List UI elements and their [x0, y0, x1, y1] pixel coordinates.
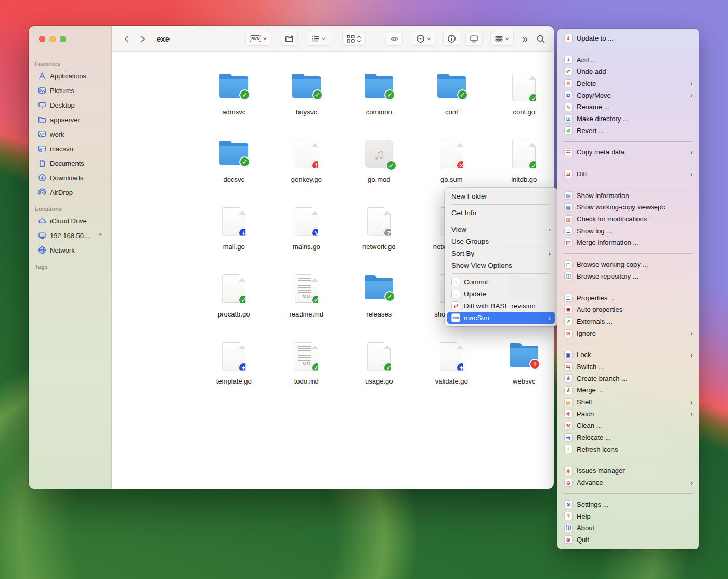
file-item-genkey-go[interactable]: ! genkey.go [270, 132, 343, 200]
file-item-mains-go[interactable]: ↘ mains.go [270, 199, 343, 267]
context-menu-item-sort-by[interactable]: Sort By› [447, 247, 555, 259]
file-item-docsvc[interactable]: ✓ docsvc [198, 132, 270, 200]
context-menu-item-new-folder[interactable]: New Folder [447, 190, 555, 202]
show-information-icon: ▤ [564, 191, 573, 200]
file-item-common[interactable]: ✓ common [343, 64, 415, 132]
grid-view-icon [346, 34, 355, 43]
svn-menu-item-check-for-modifications[interactable]: ▥Check for modifications [557, 213, 699, 225]
back-button[interactable] [119, 32, 135, 46]
file-item-validate-go[interactable]: + validate.go [415, 334, 488, 401]
file-item-websvc[interactable]: ! websvc [488, 334, 554, 401]
svn-menu-item-properties[interactable]: ☲Properties ... [557, 292, 699, 304]
file-item-conf[interactable]: ✓ conf [415, 64, 488, 132]
svn-menu-item-help[interactable]: ?Help [557, 510, 699, 522]
svn-menu-item-externals[interactable]: ➚Externals ... [557, 315, 699, 327]
file-item-procattr-go[interactable]: ✓ procattr.go [198, 267, 270, 334]
sidebar-item-work[interactable]: SVNwork [32, 127, 108, 141]
file-item-template-go[interactable]: + template.go [198, 334, 270, 401]
svn-menu-item-quit[interactable]: ⊗Quit [557, 534, 699, 546]
svn-menu-item-browse-working-copy[interactable]: ▢Browse working copy ... [557, 258, 699, 270]
group-view-button[interactable] [490, 32, 514, 46]
more-toolbar-items-button[interactable]: » [522, 33, 528, 45]
svn-menu-item-relocate[interactable]: ⇉Relocate ... [557, 431, 699, 443]
sidebar-item-macsvn[interactable]: SVNmacsvn [32, 141, 108, 156]
new-folder-button[interactable] [281, 32, 298, 46]
svn-menu-item-settings[interactable]: ⚙Settings ... [557, 498, 699, 510]
svn-menu-item-add[interactable]: +Add ... [557, 54, 699, 66]
file-item-buysvc[interactable]: ✓ buysvc [270, 64, 343, 132]
context-menu-item-commit[interactable]: ↑Commit [447, 276, 555, 288]
context-menu-item-show-view-options[interactable]: Show View Options [447, 259, 555, 271]
svn-menu-item-merge[interactable]: ʎMerge ... [557, 385, 699, 397]
sidebar-item-icloud-drive[interactable]: iCloud Drive [32, 214, 108, 228]
relocate-icon: ⇉ [564, 433, 573, 442]
sidebar-item-applications[interactable]: Applications [32, 69, 108, 83]
svn-menu-item-shelf[interactable]: ▤Shelf› [557, 396, 699, 408]
svn-menu-item-revert[interactable]: ↺Revert ... [557, 125, 699, 137]
svn-menu-item-show-information[interactable]: ▤Show information [557, 190, 699, 202]
svn-menu-item-refresh-icons[interactable]: ⚡Refresh icons [557, 443, 699, 455]
context-menu-item-view[interactable]: View› [447, 223, 555, 235]
sidebar-item-desktop[interactable]: Desktop [32, 98, 108, 112]
zoom-button[interactable] [60, 36, 66, 42]
svn-menu-item-advance[interactable]: ⊙Advance› [557, 477, 699, 489]
svn-menu-item-switch[interactable]: ⇆Switch ... [557, 361, 699, 373]
file-item-mail-go[interactable]: + mail.go [198, 199, 270, 267]
svn-menu-item-ignore[interactable]: ⊘Ignore› [557, 327, 699, 339]
search-button[interactable] [536, 34, 545, 44]
svn-menu-item-undo-add[interactable]: ↶Undo add [557, 65, 699, 77]
svn-menu-item-about[interactable]: ⓘAbout [557, 522, 699, 534]
file-item-go-mod[interactable]: ♫✓ go.mod [343, 132, 415, 200]
svn-menu-item-diff[interactable]: ⇄Diff› [557, 168, 699, 180]
forward-button[interactable] [135, 32, 150, 46]
file-item-readme-md[interactable]: MD✓ readme.md [270, 267, 343, 334]
sidebar-item-192-168-50-[interactable]: 192.168.50.... [32, 228, 108, 243]
svn-menu-item-browse-repository[interactable]: ◫Browse repository ... [557, 270, 699, 282]
file-name-label: validate.go [435, 377, 468, 385]
svn-menu-item-patch[interactable]: ✚Patch› [557, 408, 699, 420]
context-menu-item-update[interactable]: ↓Update [447, 288, 555, 300]
minimize-button[interactable] [49, 36, 56, 42]
context-menu-item-macsvn[interactable]: SVNmacSvn› [447, 312, 555, 324]
file-item-todo-md[interactable]: MD✓ todo.md [270, 334, 343, 401]
icon-view-button[interactable] [342, 32, 366, 46]
context-menu-item-get-info[interactable]: Get Info [447, 207, 555, 219]
context-menu-item-use-groups[interactable]: Use Groups [447, 235, 555, 247]
info-button[interactable] [443, 32, 460, 46]
context-menu-item-diff-with-base-revision[interactable]: ⇄Diff with BASE revision [447, 300, 555, 312]
svn-menu-item-lock[interactable]: ▣Lock› [557, 349, 699, 361]
svn-menu-item-copy-meta-data[interactable]: ☷Copy meta data› [557, 147, 699, 159]
svn-menu-item-delete[interactable]: ✕Delete› [557, 77, 699, 89]
close-button[interactable] [39, 36, 45, 42]
svn-menu-item-copy-move[interactable]: ⧉Copy/Move› [557, 89, 699, 101]
file-item-network-go[interactable]: ? network.go [343, 199, 415, 267]
svn-menu-item-make-directory[interactable]: ⊞Make directory ... [557, 113, 699, 125]
menu-item-label: View [451, 226, 466, 233]
file-item-usage-go[interactable]: ✓ usage.go [343, 334, 415, 401]
file-item-admsvc[interactable]: ✓ admsvc [198, 64, 270, 132]
file-item-conf-go[interactable]: ✓ conf.go [488, 64, 554, 132]
svn-menu-item-create-branch[interactable]: ⋔Create branch ... [557, 373, 699, 385]
svn-menu-item-show-working-copy-viewsepc[interactable]: ▦Show working-copy viewsepc [557, 202, 699, 214]
file-item-releases[interactable]: ✓ releases [343, 267, 415, 334]
sidebar-item-appserver[interactable]: appserver [32, 112, 108, 127]
svn-menu-item-rename[interactable]: ✎Rename ... [557, 101, 699, 113]
svn-menu-item-update-to[interactable]: ↧Update to ... [557, 32, 699, 44]
svn-menu-item-merge-information[interactable]: ▧Merge information ... [557, 237, 699, 249]
preview-button[interactable] [386, 32, 403, 46]
sidebar-item-airdrop[interactable]: AirDrop [32, 185, 108, 200]
sidebar-item-pictures[interactable]: Pictures [32, 83, 108, 98]
list-view-button[interactable] [307, 32, 330, 46]
sidebar-item-documents[interactable]: Documents [32, 156, 108, 170]
actions-button[interactable] [412, 32, 435, 46]
sidebar-item-network[interactable]: Network [32, 243, 108, 257]
svn-menu-item-show-log[interactable]: ☰Show log ... [557, 225, 699, 237]
svn-menu-item-clean[interactable]: ⚒Clean ... [557, 420, 699, 432]
svn-menu-item-auto-properties[interactable]: ≣Auto properties [557, 304, 699, 315]
svn-status-badge-check: ✓ [311, 362, 322, 373]
svn-status-button[interactable]: SVN [245, 32, 271, 46]
eject-icon[interactable] [97, 231, 104, 240]
display-button[interactable] [465, 32, 483, 46]
svn-menu-item-issues-manager[interactable]: ◉Issues manager [557, 465, 699, 477]
sidebar-item-downloads[interactable]: Downloads [32, 170, 108, 185]
